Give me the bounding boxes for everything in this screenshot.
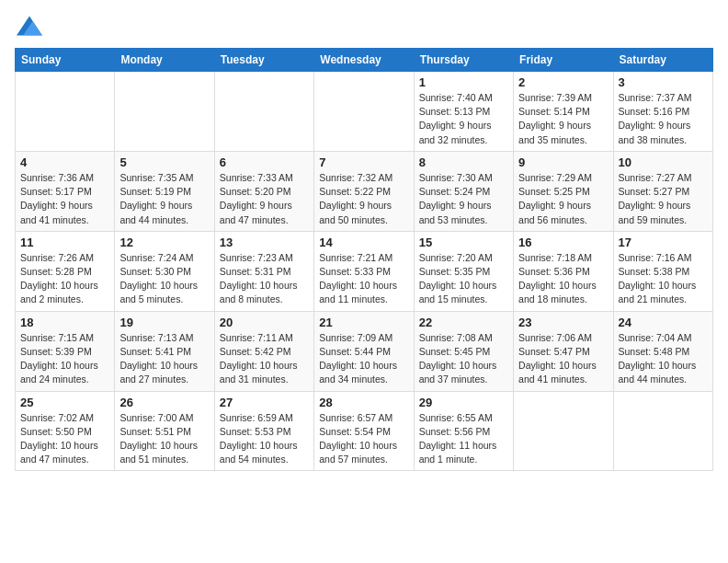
day-number: 22 [419,316,508,329]
calendar-header-thursday: Thursday [414,49,513,72]
daylight-text: Daylight: 10 hours and 31 minutes. [220,360,298,385]
daylight-text: Daylight: 9 hours and 44 minutes. [119,200,192,224]
calendar-header-friday: Friday [514,49,613,72]
sunrise-text: Sunrise: 7:21 AM [319,252,392,263]
calendar-cell: 6Sunrise: 7:33 AMSunset: 5:20 PMDaylight… [214,151,313,231]
daylight-text: Daylight: 9 hours and 35 minutes. [518,120,591,144]
calendar-cell [16,72,115,152]
daylight-text: Daylight: 10 hours and 18 minutes. [518,280,597,304]
calendar-week-4: 18Sunrise: 7:15 AMSunset: 5:39 PMDayligh… [16,311,713,391]
calendar-cell: 5Sunrise: 7:35 AMSunset: 5:19 PMDaylight… [115,151,214,231]
day-info: Sunrise: 7:16 AMSunset: 5:38 PMDaylight:… [619,251,708,307]
day-number: 6 [220,155,309,169]
calendar-cell: 11Sunrise: 7:26 AMSunset: 5:28 PMDayligh… [16,231,115,311]
daylight-text: Daylight: 9 hours and 47 minutes. [220,200,292,224]
sunset-text: Sunset: 5:35 PM [419,266,491,277]
calendar-cell: 24Sunrise: 7:04 AMSunset: 5:48 PMDayligh… [613,311,712,391]
calendar-cell: 27Sunrise: 6:59 AMSunset: 5:53 PMDayligh… [214,391,313,471]
day-number: 29 [419,396,508,409]
sunset-text: Sunset: 5:51 PM [119,426,191,437]
sunrise-text: Sunrise: 7:37 AM [619,92,692,103]
daylight-text: Daylight: 9 hours and 32 minutes. [419,120,492,144]
day-number: 28 [319,396,408,409]
calendar-cell: 2Sunrise: 7:39 AMSunset: 5:14 PMDaylight… [514,72,613,152]
sunset-text: Sunset: 5:31 PM [220,266,291,277]
sunrise-text: Sunrise: 7:27 AM [619,172,692,183]
day-info: Sunrise: 7:00 AMSunset: 5:51 PMDaylight:… [119,411,209,467]
calendar-cell: 10Sunrise: 7:27 AMSunset: 5:27 PMDayligh… [613,151,712,231]
calendar-header-sunday: Sunday [16,49,115,72]
daylight-text: Daylight: 9 hours and 59 minutes. [619,200,691,224]
sunrise-text: Sunrise: 7:09 AM [319,332,392,343]
daylight-text: Daylight: 10 hours and 41 minutes. [518,360,597,385]
daylight-text: Daylight: 10 hours and 44 minutes. [619,360,697,385]
sunrise-text: Sunrise: 7:30 AM [419,172,493,183]
day-number: 20 [220,316,309,329]
day-info: Sunrise: 7:26 AMSunset: 5:28 PMDaylight:… [20,251,109,307]
sunset-text: Sunset: 5:41 PM [119,346,191,357]
sunset-text: Sunset: 5:28 PM [20,266,92,277]
sunrise-text: Sunrise: 6:55 AM [419,412,493,423]
day-number: 1 [419,75,508,89]
day-info: Sunrise: 7:27 AMSunset: 5:27 PMDaylight:… [619,171,708,227]
sunset-text: Sunset: 5:25 PM [518,186,590,197]
calendar-cell: 13Sunrise: 7:23 AMSunset: 5:31 PMDayligh… [214,231,313,311]
day-number: 26 [119,396,209,409]
sunset-text: Sunset: 5:13 PM [419,106,491,117]
daylight-text: Daylight: 10 hours and 15 minutes. [419,280,497,304]
calendar-week-2: 4Sunrise: 7:36 AMSunset: 5:17 PMDaylight… [16,151,713,231]
day-number: 16 [518,236,608,249]
sunset-text: Sunset: 5:50 PM [20,426,92,437]
daylight-text: Daylight: 9 hours and 50 minutes. [319,200,392,224]
day-info: Sunrise: 7:35 AMSunset: 5:19 PMDaylight:… [119,171,209,227]
sunset-text: Sunset: 5:16 PM [619,106,690,117]
sunrise-text: Sunrise: 7:33 AM [220,172,293,183]
calendar-cell: 14Sunrise: 7:21 AMSunset: 5:33 PMDayligh… [314,231,414,311]
day-number: 27 [220,396,309,409]
day-info: Sunrise: 7:13 AMSunset: 5:41 PMDaylight:… [119,331,209,387]
calendar-cell: 20Sunrise: 7:11 AMSunset: 5:42 PMDayligh… [214,311,313,391]
sunset-text: Sunset: 5:27 PM [619,186,690,197]
day-info: Sunrise: 7:37 AMSunset: 5:16 PMDaylight:… [619,91,708,147]
day-info: Sunrise: 7:20 AMSunset: 5:35 PMDaylight:… [419,251,508,307]
sunrise-text: Sunrise: 7:08 AM [419,332,493,343]
day-number: 17 [619,236,708,249]
daylight-text: Daylight: 9 hours and 38 minutes. [619,120,691,144]
day-number: 3 [619,75,708,89]
day-number: 14 [319,236,408,249]
sunrise-text: Sunrise: 7:11 AM [220,332,293,343]
calendar-header-row: SundayMondayTuesdayWednesdayThursdayFrid… [16,49,713,72]
day-info: Sunrise: 7:30 AMSunset: 5:24 PMDaylight:… [419,171,508,227]
day-info: Sunrise: 7:04 AMSunset: 5:48 PMDaylight:… [619,331,708,387]
day-number: 9 [518,155,608,169]
daylight-text: Daylight: 10 hours and 5 minutes. [119,280,198,304]
calendar-cell: 7Sunrise: 7:32 AMSunset: 5:22 PMDaylight… [314,151,414,231]
calendar-cell: 15Sunrise: 7:20 AMSunset: 5:35 PMDayligh… [414,231,513,311]
sunrise-text: Sunrise: 7:15 AM [20,332,94,343]
day-info: Sunrise: 7:02 AMSunset: 5:50 PMDaylight:… [20,411,109,467]
calendar-cell: 26Sunrise: 7:00 AMSunset: 5:51 PMDayligh… [115,391,214,471]
calendar-cell [514,391,613,471]
logo-icon [17,13,42,39]
sunset-text: Sunset: 5:45 PM [419,346,491,357]
sunrise-text: Sunrise: 7:29 AM [518,172,592,183]
sunset-text: Sunset: 5:53 PM [220,426,291,437]
sunset-text: Sunset: 5:19 PM [119,186,191,197]
sunset-text: Sunset: 5:33 PM [319,266,391,277]
calendar-week-5: 25Sunrise: 7:02 AMSunset: 5:50 PMDayligh… [16,391,713,471]
daylight-text: Daylight: 10 hours and 47 minutes. [20,440,98,465]
logo [15,13,42,42]
calendar-cell: 9Sunrise: 7:29 AMSunset: 5:25 PMDaylight… [514,151,613,231]
calendar-cell: 28Sunrise: 6:57 AMSunset: 5:54 PMDayligh… [314,391,414,471]
daylight-text: Daylight: 10 hours and 57 minutes. [319,440,397,465]
sunset-text: Sunset: 5:17 PM [20,186,92,197]
day-info: Sunrise: 7:11 AMSunset: 5:42 PMDaylight:… [220,331,309,387]
calendar-cell: 29Sunrise: 6:55 AMSunset: 5:56 PMDayligh… [414,391,513,471]
sunrise-text: Sunrise: 7:24 AM [119,252,193,263]
calendar-cell: 4Sunrise: 7:36 AMSunset: 5:17 PMDaylight… [16,151,115,231]
sunrise-text: Sunrise: 7:06 AM [518,332,592,343]
sunrise-text: Sunrise: 7:40 AM [419,92,493,103]
daylight-text: Daylight: 10 hours and 27 minutes. [119,360,198,385]
day-info: Sunrise: 7:36 AMSunset: 5:17 PMDaylight:… [20,171,109,227]
day-number: 5 [119,155,209,169]
